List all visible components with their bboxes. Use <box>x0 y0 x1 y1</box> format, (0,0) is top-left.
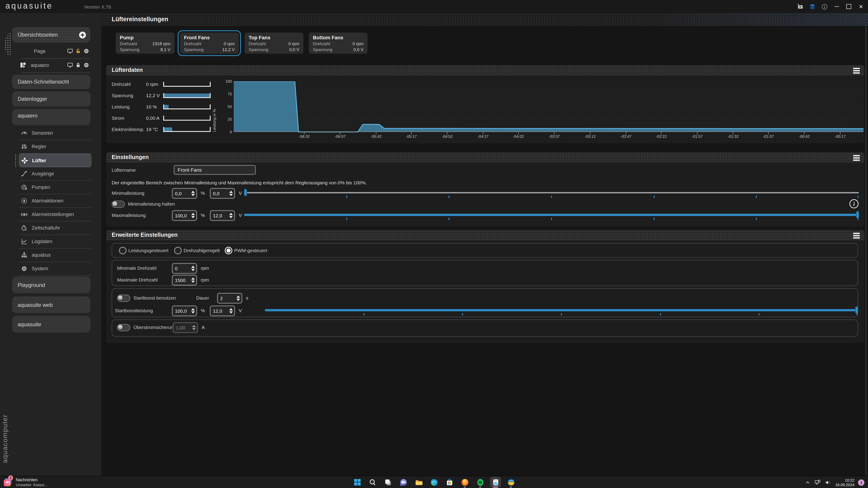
start-button[interactable] <box>352 477 363 488</box>
tray-chevron-up-icon[interactable] <box>805 480 811 485</box>
startboost-toggle[interactable] <box>117 295 130 302</box>
overlay-pages-button[interactable] <box>806 0 818 13</box>
sidebar-item-system[interactable]: System <box>19 262 91 275</box>
snipping-tool-button[interactable] <box>490 477 501 488</box>
radio-drehzahlgeregelt[interactable] <box>174 247 182 254</box>
ueberstrom-toggle[interactable] <box>117 324 130 331</box>
curve-icon <box>21 170 28 177</box>
ueberstrom-stepper[interactable]: 1,00 <box>173 322 198 333</box>
sidebar-aquaero-page-item[interactable]: aquaero <box>12 60 90 71</box>
screenshot-button[interactable] <box>794 0 806 13</box>
radio-leistungsgesteuert[interactable] <box>119 247 127 254</box>
file-explorer-button[interactable] <box>413 477 424 488</box>
widgets-button[interactable]: 1 Nachrichten Unwetter: Katast... <box>3 477 48 487</box>
slider-handle[interactable] <box>244 189 247 196</box>
sidebar-group-playground[interactable]: Playground <box>12 276 90 293</box>
sidebar-item-aquabus[interactable]: aquabus <box>19 249 91 262</box>
line-chart-icon <box>21 238 28 245</box>
sidebar-page-item[interactable]: Page <box>12 46 90 57</box>
sidebar-group-aquaero[interactable]: aquaero <box>12 109 90 125</box>
sidebar-group-aquasuite[interactable]: aquasuite <box>12 316 90 332</box>
section-menu-button[interactable] <box>853 155 860 161</box>
fan-name-input[interactable] <box>174 165 256 175</box>
microsoft-store-button[interactable] <box>444 477 455 488</box>
max-percent-stepper[interactable]: 100,0 <box>172 210 197 221</box>
aquasuite-taskbar-button[interactable] <box>505 477 516 488</box>
y-tick-label: 100 <box>225 79 232 84</box>
einstellungen-body: Lüftername Der eingestellte Bereich zwis… <box>106 163 864 227</box>
section-menu-button[interactable] <box>853 233 860 238</box>
startboost-percent-stepper[interactable]: 100,0 <box>172 305 197 316</box>
sidebar-item-alarmeinstellungen[interactable]: Alarmeinstellungen <box>19 208 91 221</box>
sidebar-item-ausgaenge[interactable]: Ausgänge <box>19 167 91 181</box>
radio-pwm-gesteuert[interactable] <box>225 247 232 254</box>
startboost-volt-stepper[interactable]: 12,0 <box>210 305 235 316</box>
aquacomputer-brand: aquacomputer <box>1 414 8 463</box>
sidebar-item-luefter[interactable]: Lüfter <box>19 154 91 167</box>
lock-closed-icon[interactable] <box>75 62 81 68</box>
min-volt-stepper[interactable]: 0,0 <box>210 188 235 199</box>
minimize-button[interactable] <box>831 0 843 13</box>
sidebar-group-overview[interactable]: Übersichtsseiten <box>12 27 90 42</box>
fan-card-top-fans[interactable]: Top Fans Drehzahl0 rpm Spannung0,0 V <box>245 33 303 54</box>
about-button[interactable] <box>818 0 831 13</box>
sidebar-item-sensoren[interactable]: Sensoren <box>19 127 91 140</box>
max-rpm-stepper[interactable]: 1500 <box>172 275 197 286</box>
firefox-button[interactable] <box>459 477 470 488</box>
max-power-slider[interactable] <box>244 210 859 220</box>
close-button[interactable]: ✕ <box>855 0 867 13</box>
gear-icon[interactable] <box>83 48 90 54</box>
lock-open-icon[interactable] <box>75 48 81 54</box>
min-rpm-stepper[interactable]: 0 <box>172 263 197 274</box>
spotify-button[interactable] <box>475 477 486 488</box>
fan-card-front-fans[interactable]: Front Fans Drehzahl0 rpm Spannung12,2 V <box>180 33 239 54</box>
min-percent-stepper[interactable]: 0,0 <box>172 188 197 199</box>
y-tick-label: 0 <box>230 130 232 134</box>
slider-handle[interactable] <box>856 211 859 218</box>
taskbar-clock[interactable]: 10:22 18.09.2024 <box>835 478 855 487</box>
sidebar-item-pumpen[interactable]: Pumpen <box>19 181 91 194</box>
edge-button[interactable] <box>429 477 439 488</box>
hold-min-power-toggle[interactable] <box>112 201 125 208</box>
monitor-icon[interactable] <box>67 62 73 68</box>
app-version: Version X.78 <box>84 4 111 9</box>
leistung-area-chart <box>234 81 864 135</box>
scrollbar[interactable] <box>865 26 867 476</box>
aquasuite-app-icon <box>506 478 515 486</box>
add-page-button[interactable] <box>78 31 87 39</box>
sidebar-item-logdaten[interactable]: Logdaten <box>19 235 91 249</box>
svg-text:i: i <box>853 201 855 207</box>
x-tick-label: -04:52 <box>442 134 453 139</box>
monitor-icon[interactable] <box>67 48 73 54</box>
tree-icon <box>21 252 28 258</box>
info-icon[interactable]: i <box>849 199 859 209</box>
startboost-duration-stepper[interactable]: 2 <box>217 293 242 304</box>
volume-icon[interactable] <box>825 479 832 486</box>
startboost-power-slider[interactable] <box>265 305 858 315</box>
sidebar-group-datalogger[interactable]: Datenlogger <box>12 91 90 107</box>
chat-icon <box>399 478 408 486</box>
sidebar-item-zeitschaltuhr[interactable]: Zeitschaltuhr <box>19 221 91 235</box>
section-menu-button[interactable] <box>853 68 860 73</box>
gear-icon[interactable] <box>83 62 90 68</box>
min-power-slider[interactable] <box>244 188 859 198</box>
sidebar-item-alarmaktionen[interactable]: Alarmaktionen <box>19 194 91 208</box>
slider-handle[interactable] <box>855 306 858 314</box>
sidebar-item-regler[interactable]: Regler <box>19 140 91 154</box>
sidebar-group-aquasuite-web[interactable]: aquasuite web <box>12 296 90 313</box>
max-volt-stepper[interactable]: 12,0 <box>210 210 235 221</box>
snipping-tool-icon <box>491 478 500 486</box>
network-icon[interactable] <box>814 479 821 486</box>
maximize-button[interactable] <box>843 0 855 13</box>
overview-title: Übersichtsseiten <box>18 32 58 38</box>
sidebar-group-quickview[interactable]: Daten-Schnellansicht <box>12 74 90 89</box>
fan-card-bottom-fans[interactable]: Bottom Fans Drehzahl0 rpm Spannung0,0 V <box>309 33 368 54</box>
fan-card-pump[interactable]: Pump Drehzahl1918 rpm Spannung8,1 V <box>116 33 175 54</box>
elektroniktemp-bar <box>163 127 211 132</box>
chat-button[interactable] <box>398 477 409 488</box>
notification-badge[interactable]: 1 <box>858 479 864 486</box>
strom-bar <box>163 116 211 121</box>
task-view-button[interactable] <box>382 477 393 488</box>
search-button[interactable] <box>367 477 378 488</box>
sidebar: Übersichtsseiten Page aquaero <box>0 13 101 476</box>
